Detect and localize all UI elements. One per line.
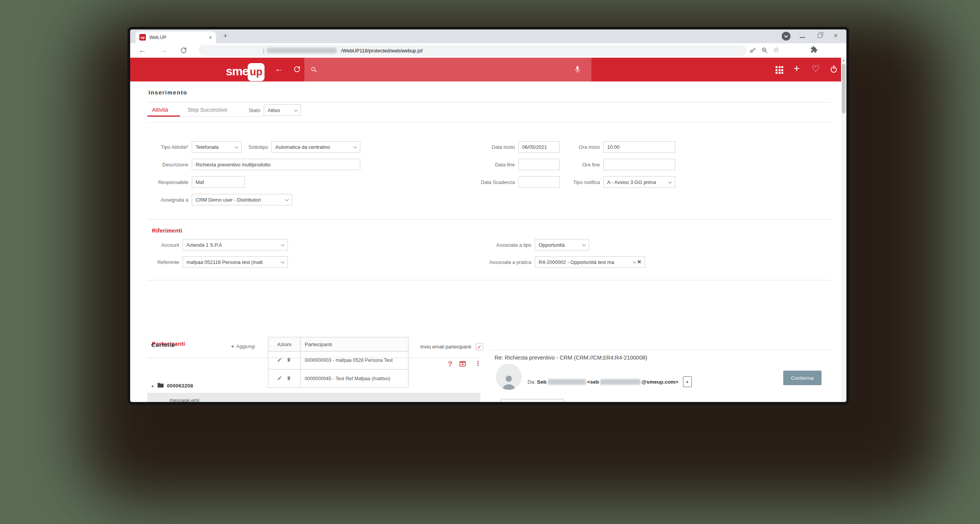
collapse-triangle-icon[interactable]: ▲: [151, 384, 154, 388]
sottotipo-select[interactable]: Automatica da centralino: [271, 141, 360, 153]
zoom-icon[interactable]: [761, 47, 768, 55]
referente-field: Referente mafpaa 052116 Persona test (In…: [145, 256, 288, 268]
descrizione-input[interactable]: Richiesta preventivo multiprodotto: [192, 159, 360, 170]
selected-file-row[interactable]: message.eml: [147, 393, 480, 405]
browser-update-icon[interactable]: [782, 32, 791, 41]
apps-grid-icon[interactable]: [776, 66, 783, 74]
tipo-attivita-select[interactable]: Telefonata: [192, 141, 242, 153]
sender-dropdown-button[interactable]: ▾: [683, 376, 692, 387]
data-inizio-field: Data inizio 06/05/2021 Ora inizio 10:00: [463, 141, 675, 153]
data-scadenza-field: Data Scadenza Tipo notifica A - Avviso 3…: [463, 176, 675, 188]
referente-select[interactable]: mafpaa 052116 Persona test (Inatt: [183, 256, 288, 268]
forward-icon[interactable]: →: [160, 46, 168, 55]
scroll-up-icon[interactable]: ▲: [842, 59, 845, 62]
reload-icon[interactable]: [180, 47, 187, 55]
favorites-heart-icon[interactable]: ♡: [812, 63, 820, 74]
sender-addr-suffix: @smeup.com>: [642, 379, 678, 385]
help-icon[interactable]: ?: [448, 360, 452, 368]
col-azioni: Azioni: [268, 337, 301, 351]
table-row: 0000000045 - Test Ref Mafpaa (Inattivo): [268, 369, 408, 387]
conferma-button[interactable]: Conferma: [783, 371, 822, 385]
logo-text-sme: sme: [226, 65, 248, 78]
aggiungi-button[interactable]: + Aggiungi: [231, 343, 255, 350]
edit-pencil-icon[interactable]: [277, 375, 282, 382]
associata-pratica-select[interactable]: R4-2000002 - Opportunità test ma ×: [535, 256, 645, 268]
folder-name: 000063208: [167, 383, 193, 389]
chevron-down-icon: [668, 180, 672, 184]
sender-avatar: [496, 364, 522, 390]
restore-button[interactable]: [818, 34, 822, 38]
chevron-down-icon: [784, 34, 788, 37]
chevron-down-icon: [281, 242, 285, 246]
clear-icon[interactable]: ×: [637, 258, 641, 266]
invio-email-field: Invio email partecipanti ✓: [420, 343, 483, 350]
new-tab-button[interactable]: +: [223, 32, 227, 40]
partecipante-value: 0000000045 - Test Ref Mafpaa (Inattivo): [301, 369, 408, 387]
invio-email-checkbox[interactable]: ✓: [476, 343, 483, 350]
key-icon[interactable]: [749, 47, 756, 55]
divider: [147, 102, 831, 103]
active-tab-underline: [147, 116, 180, 117]
app-refresh-icon[interactable]: [293, 65, 301, 75]
tab-attivita[interactable]: Attività: [152, 107, 168, 113]
chevron-down-icon: [353, 145, 357, 148]
account-select[interactable]: Azienda 1 S.P.A: [183, 239, 288, 251]
stato-field: Stato Attivo: [222, 104, 301, 116]
email-from-line: Da: Seb <seb @smeup.com> ▾: [528, 376, 692, 387]
add-icon[interactable]: +: [794, 62, 800, 75]
data-inizio-input[interactable]: 06/05/2021: [518, 141, 560, 153]
chevron-down-icon: [633, 260, 637, 264]
browser-tab[interactable]: up Web.UP ×: [136, 31, 216, 43]
redacted-host: [267, 48, 336, 53]
tab-step-successivo[interactable]: Step Successivo: [188, 107, 227, 113]
address-bar[interactable]: | /WebUP118/protected/web/webup.jsf: [199, 45, 746, 56]
data-fine-input[interactable]: [518, 159, 560, 170]
divider: [147, 358, 479, 358]
chevron-down-icon: [281, 260, 285, 264]
ora-inizio-input[interactable]: 10:00: [603, 141, 675, 153]
matrix-view-icon[interactable]: [459, 361, 466, 368]
browser-tabstrip: up Web.UP × + ×: [130, 29, 846, 43]
tab-title: Web.UP: [149, 35, 209, 40]
divider: [490, 350, 831, 350]
assegnata-a-select[interactable]: CRM Demo user - Distributori: [192, 194, 292, 205]
chevron-down-icon: [235, 145, 238, 148]
partecipanti-table: Azioni Partecipanti 0000000003 - mafpaa …: [268, 337, 408, 388]
folder-tree-node[interactable]: ▲ 000063208: [151, 382, 193, 389]
puzzle-extensions-icon[interactable]: [810, 46, 818, 55]
file-name: message.eml: [170, 397, 199, 403]
tab-close-icon[interactable]: ×: [209, 34, 212, 41]
ora-fine-input[interactable]: [603, 159, 675, 170]
minimize-button[interactable]: [800, 37, 805, 38]
assegnata-a-field: Assegnata a CRM Demo user - Distributori: [145, 194, 292, 205]
bookmark-star-icon[interactable]: ☆: [773, 46, 779, 54]
associata-pratica-field: Associata a pratica R4-2000002 - Opportu…: [463, 256, 645, 268]
delete-trash-icon[interactable]: [286, 375, 291, 382]
table-header-row: Azioni Partecipanti: [268, 337, 408, 352]
stato-select[interactable]: Attivo: [264, 104, 301, 116]
associata-tipo-select[interactable]: Opportunità: [535, 239, 589, 251]
microphone-icon[interactable]: [574, 65, 581, 76]
page-scrollbar[interactable]: ▲: [841, 58, 846, 402]
logout-power-icon[interactable]: [831, 67, 837, 73]
page-title: Inserimento: [149, 89, 188, 96]
logo-text-up: up: [248, 63, 265, 81]
tipo-notifica-select[interactable]: A - Avviso 3 GG prima: [603, 176, 675, 188]
responsabile-input[interactable]: Maf: [192, 176, 245, 188]
col-partecipanti: Partecipanti: [301, 337, 408, 351]
more-options-icon[interactable]: ⋮: [475, 360, 481, 368]
scrollbar-thumb[interactable]: [842, 64, 846, 114]
data-scadenza-input[interactable]: [518, 176, 560, 188]
redacted-sender-name: [548, 379, 586, 385]
riferimenti-title: Riferimenti: [152, 228, 182, 234]
url-path: /WebUP118/protected/web/webup.jsf: [341, 48, 423, 54]
redacted-sender-address: [600, 379, 640, 385]
app-search-bar[interactable]: [304, 58, 591, 81]
back-icon[interactable]: ←: [139, 46, 146, 55]
email-subject: Re: Richiesta preventivo - CRM (CRM://CM…: [495, 355, 647, 361]
responsabile-field: Responsabile Maf: [145, 176, 245, 188]
window-close-button[interactable]: ×: [834, 32, 838, 40]
attachment-box-partial: [501, 399, 564, 405]
app-back-icon[interactable]: ←: [275, 64, 283, 74]
sender-name-visible: Seb: [537, 379, 547, 385]
